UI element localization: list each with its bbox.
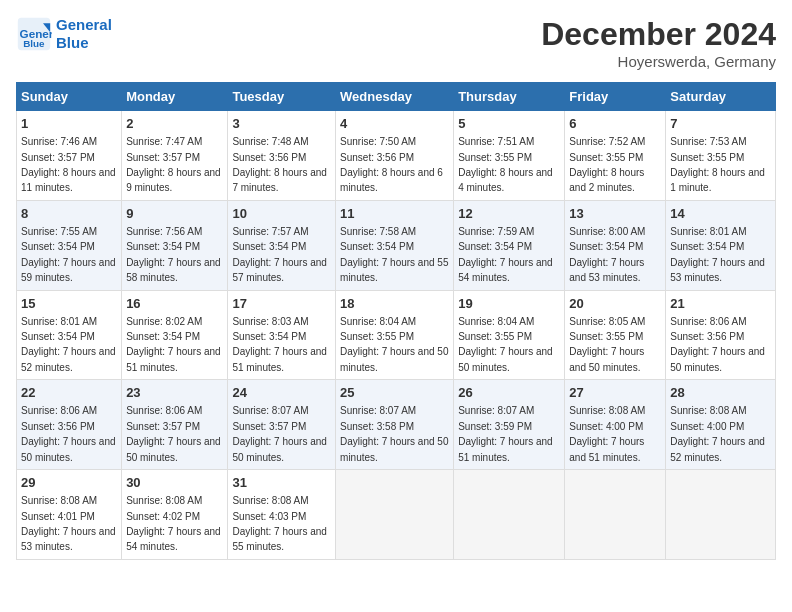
daylight-info: Daylight: 7 hours and 50 minutes. <box>340 346 448 372</box>
sunset-info: Sunset: 3:55 PM <box>458 331 532 342</box>
daylight-info: Daylight: 7 hours and 50 minutes. <box>21 436 116 462</box>
sunset-info: Sunset: 3:54 PM <box>21 241 95 252</box>
sunset-info: Sunset: 3:57 PM <box>126 152 200 163</box>
sunset-info: Sunset: 3:55 PM <box>340 331 414 342</box>
logo-text: General <box>56 17 112 34</box>
sunrise-info: Sunrise: 8:08 AM <box>232 495 308 506</box>
daylight-info: Daylight: 7 hours and 53 minutes. <box>21 526 116 552</box>
daylight-info: Daylight: 7 hours and 50 minutes. <box>458 346 553 372</box>
calendar-cell: 24 Sunrise: 8:07 AM Sunset: 3:57 PM Dayl… <box>228 380 336 470</box>
day-number: 23 <box>126 384 223 402</box>
daylight-info: Daylight: 8 hours and 6 minutes. <box>340 167 443 193</box>
sunset-info: Sunset: 3:55 PM <box>569 152 643 163</box>
daylight-info: Daylight: 8 hours and 11 minutes. <box>21 167 116 193</box>
sunset-info: Sunset: 3:54 PM <box>569 241 643 252</box>
daylight-info: Daylight: 7 hours and 51 minutes. <box>569 436 644 462</box>
daylight-info: Daylight: 7 hours and 51 minutes. <box>126 346 221 372</box>
sunset-info: Sunset: 3:54 PM <box>458 241 532 252</box>
sunrise-info: Sunrise: 8:01 AM <box>21 316 97 327</box>
daylight-info: Daylight: 7 hours and 53 minutes. <box>670 257 765 283</box>
day-number: 13 <box>569 205 661 223</box>
calendar-table: Sunday Monday Tuesday Wednesday Thursday… <box>16 82 776 560</box>
daylight-info: Daylight: 7 hours and 55 minutes. <box>232 526 327 552</box>
sunset-info: Sunset: 3:59 PM <box>458 421 532 432</box>
sunset-info: Sunset: 4:00 PM <box>569 421 643 432</box>
calendar-cell: 10 Sunrise: 7:57 AM Sunset: 3:54 PM Dayl… <box>228 200 336 290</box>
daylight-info: Daylight: 8 hours and 1 minute. <box>670 167 765 193</box>
sunset-info: Sunset: 3:57 PM <box>232 421 306 432</box>
sunrise-info: Sunrise: 8:08 AM <box>569 405 645 416</box>
sunrise-info: Sunrise: 7:53 AM <box>670 136 746 147</box>
daylight-info: Daylight: 7 hours and 58 minutes. <box>126 257 221 283</box>
sunrise-info: Sunrise: 8:08 AM <box>126 495 202 506</box>
day-number: 10 <box>232 205 331 223</box>
calendar-cell: 4 Sunrise: 7:50 AM Sunset: 3:56 PM Dayli… <box>336 111 454 201</box>
calendar-cell <box>666 470 776 560</box>
daylight-info: Daylight: 8 hours and 7 minutes. <box>232 167 327 193</box>
day-number: 26 <box>458 384 560 402</box>
logo-text2: Blue <box>56 34 112 51</box>
daylight-info: Daylight: 7 hours and 54 minutes. <box>126 526 221 552</box>
col-saturday: Saturday <box>666 83 776 111</box>
sunset-info: Sunset: 3:57 PM <box>126 421 200 432</box>
calendar-cell: 19 Sunrise: 8:04 AM Sunset: 3:55 PM Dayl… <box>454 290 565 380</box>
calendar-week-row: 1 Sunrise: 7:46 AM Sunset: 3:57 PM Dayli… <box>17 111 776 201</box>
sunrise-info: Sunrise: 8:04 AM <box>458 316 534 327</box>
sunrise-info: Sunrise: 8:07 AM <box>340 405 416 416</box>
sunset-info: Sunset: 3:54 PM <box>126 241 200 252</box>
sunrise-info: Sunrise: 7:59 AM <box>458 226 534 237</box>
calendar-cell: 27 Sunrise: 8:08 AM Sunset: 4:00 PM Dayl… <box>565 380 666 470</box>
logo-icon: General Blue <box>16 16 52 52</box>
page-subtitle: Hoyerswerda, Germany <box>541 53 776 70</box>
day-number: 17 <box>232 295 331 313</box>
day-number: 28 <box>670 384 771 402</box>
sunset-info: Sunset: 3:54 PM <box>232 331 306 342</box>
day-number: 20 <box>569 295 661 313</box>
calendar-header-row: Sunday Monday Tuesday Wednesday Thursday… <box>17 83 776 111</box>
sunset-info: Sunset: 3:55 PM <box>670 152 744 163</box>
sunset-info: Sunset: 3:58 PM <box>340 421 414 432</box>
col-monday: Monday <box>122 83 228 111</box>
day-number: 7 <box>670 115 771 133</box>
day-number: 14 <box>670 205 771 223</box>
daylight-info: Daylight: 7 hours and 50 minutes. <box>232 436 327 462</box>
calendar-cell: 20 Sunrise: 8:05 AM Sunset: 3:55 PM Dayl… <box>565 290 666 380</box>
calendar-cell: 28 Sunrise: 8:08 AM Sunset: 4:00 PM Dayl… <box>666 380 776 470</box>
daylight-info: Daylight: 7 hours and 53 minutes. <box>569 257 644 283</box>
calendar-cell: 15 Sunrise: 8:01 AM Sunset: 3:54 PM Dayl… <box>17 290 122 380</box>
calendar-cell: 31 Sunrise: 8:08 AM Sunset: 4:03 PM Dayl… <box>228 470 336 560</box>
calendar-cell: 16 Sunrise: 8:02 AM Sunset: 3:54 PM Dayl… <box>122 290 228 380</box>
sunset-info: Sunset: 3:56 PM <box>340 152 414 163</box>
day-number: 18 <box>340 295 449 313</box>
calendar-cell: 7 Sunrise: 7:53 AM Sunset: 3:55 PM Dayli… <box>666 111 776 201</box>
title-block: December 2024 Hoyerswerda, Germany <box>541 16 776 70</box>
day-number: 27 <box>569 384 661 402</box>
col-friday: Friday <box>565 83 666 111</box>
calendar-cell: 25 Sunrise: 8:07 AM Sunset: 3:58 PM Dayl… <box>336 380 454 470</box>
calendar-cell: 12 Sunrise: 7:59 AM Sunset: 3:54 PM Dayl… <box>454 200 565 290</box>
day-number: 11 <box>340 205 449 223</box>
day-number: 21 <box>670 295 771 313</box>
sunrise-info: Sunrise: 8:05 AM <box>569 316 645 327</box>
day-number: 12 <box>458 205 560 223</box>
page-header: General Blue General Blue December 2024 … <box>16 16 776 70</box>
calendar-cell: 18 Sunrise: 8:04 AM Sunset: 3:55 PM Dayl… <box>336 290 454 380</box>
day-number: 5 <box>458 115 560 133</box>
calendar-cell <box>336 470 454 560</box>
calendar-week-row: 15 Sunrise: 8:01 AM Sunset: 3:54 PM Dayl… <box>17 290 776 380</box>
sunrise-info: Sunrise: 7:58 AM <box>340 226 416 237</box>
logo: General Blue General Blue <box>16 16 112 52</box>
calendar-cell: 13 Sunrise: 8:00 AM Sunset: 3:54 PM Dayl… <box>565 200 666 290</box>
page-title: December 2024 <box>541 16 776 53</box>
calendar-cell <box>565 470 666 560</box>
calendar-cell: 14 Sunrise: 8:01 AM Sunset: 3:54 PM Dayl… <box>666 200 776 290</box>
daylight-info: Daylight: 7 hours and 50 minutes. <box>670 346 765 372</box>
day-number: 25 <box>340 384 449 402</box>
daylight-info: Daylight: 7 hours and 50 minutes. <box>126 436 221 462</box>
sunset-info: Sunset: 4:03 PM <box>232 511 306 522</box>
sunrise-info: Sunrise: 7:50 AM <box>340 136 416 147</box>
daylight-info: Daylight: 7 hours and 52 minutes. <box>21 346 116 372</box>
sunrise-info: Sunrise: 8:06 AM <box>670 316 746 327</box>
calendar-cell: 30 Sunrise: 8:08 AM Sunset: 4:02 PM Dayl… <box>122 470 228 560</box>
daylight-info: Daylight: 7 hours and 52 minutes. <box>670 436 765 462</box>
